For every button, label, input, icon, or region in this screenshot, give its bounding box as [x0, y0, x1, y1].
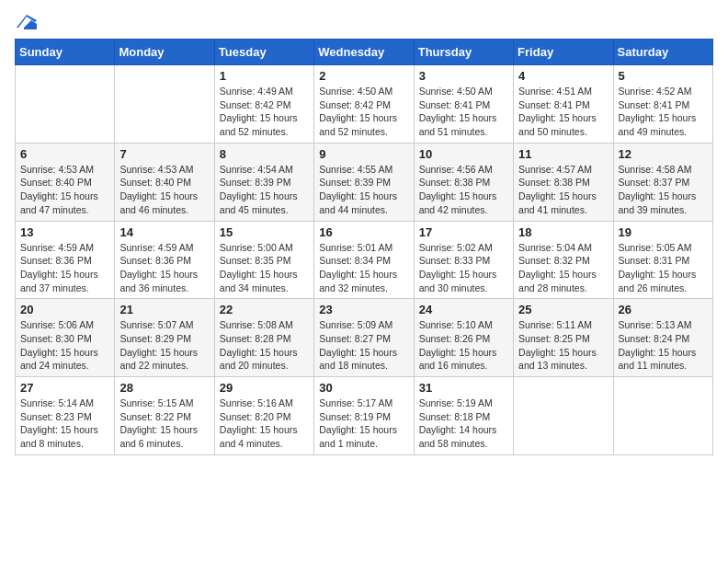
day-number: 25	[518, 303, 608, 316]
calendar-cell: 25Sunrise: 5:11 AM Sunset: 8:25 PM Dayli…	[514, 299, 613, 377]
calendar-cell: 15Sunrise: 5:00 AM Sunset: 8:35 PM Dayli…	[214, 221, 313, 299]
calendar-cell: 19Sunrise: 5:05 AM Sunset: 8:31 PM Dayli…	[613, 221, 712, 299]
day-info: Sunrise: 4:53 AM Sunset: 8:40 PM Dayligh…	[20, 163, 109, 217]
day-info: Sunrise: 5:08 AM Sunset: 8:28 PM Dayligh…	[220, 318, 309, 373]
logo	[15, 15, 37, 29]
day-info: Sunrise: 4:54 AM Sunset: 8:39 PM Dayligh…	[220, 163, 309, 217]
day-info: Sunrise: 4:50 AM Sunset: 8:42 PM Dayligh…	[319, 85, 408, 139]
day-number: 28	[119, 381, 209, 395]
calendar-cell: 21Sunrise: 5:07 AM Sunset: 8:29 PM Dayli…	[115, 299, 214, 377]
day-info: Sunrise: 4:59 AM Sunset: 8:36 PM Dayligh…	[119, 241, 209, 295]
calendar-week-1: 1Sunrise: 4:49 AM Sunset: 8:42 PM Daylig…	[16, 65, 713, 144]
calendar-cell: 14Sunrise: 4:59 AM Sunset: 8:36 PM Dayli…	[115, 221, 214, 299]
day-number: 10	[419, 147, 508, 161]
day-number: 5	[619, 69, 708, 83]
calendar-table: SundayMondayTuesdayWednesdayThursdayFrid…	[15, 39, 713, 455]
day-number: 16	[319, 225, 408, 239]
day-info: Sunrise: 5:14 AM Sunset: 8:23 PM Dayligh…	[20, 396, 109, 451]
day-number: 1	[220, 69, 309, 83]
calendar-week-5: 27Sunrise: 5:14 AM Sunset: 8:23 PM Dayli…	[16, 377, 713, 455]
calendar-cell: 30Sunrise: 5:17 AM Sunset: 8:19 PM Dayli…	[314, 377, 414, 455]
calendar-cell	[613, 377, 712, 455]
day-number: 8	[220, 147, 309, 161]
calendar-cell: 7Sunrise: 4:53 AM Sunset: 8:40 PM Daylig…	[115, 143, 214, 221]
day-info: Sunrise: 5:00 AM Sunset: 8:35 PM Dayligh…	[220, 241, 309, 295]
day-info: Sunrise: 5:10 AM Sunset: 8:26 PM Dayligh…	[419, 318, 508, 373]
day-info: Sunrise: 4:58 AM Sunset: 8:37 PM Dayligh…	[619, 163, 708, 217]
day-number: 13	[20, 225, 109, 239]
day-number: 19	[619, 225, 708, 239]
day-number: 15	[220, 225, 309, 239]
calendar-week-2: 6Sunrise: 4:53 AM Sunset: 8:40 PM Daylig…	[16, 143, 713, 221]
calendar-cell: 23Sunrise: 5:09 AM Sunset: 8:27 PM Dayli…	[314, 299, 414, 377]
day-number: 17	[419, 225, 508, 239]
calendar-cell: 9Sunrise: 4:55 AM Sunset: 8:39 PM Daylig…	[314, 143, 414, 221]
day-number: 14	[119, 225, 209, 239]
day-info: Sunrise: 5:15 AM Sunset: 8:22 PM Dayligh…	[119, 396, 209, 451]
calendar-cell	[514, 377, 613, 455]
calendar-cell: 10Sunrise: 4:56 AM Sunset: 8:38 PM Dayli…	[414, 143, 513, 221]
day-number: 6	[20, 147, 109, 161]
day-number: 2	[319, 69, 408, 83]
header-tuesday: Tuesday	[214, 40, 313, 65]
logo-icon	[17, 15, 37, 29]
day-number: 27	[20, 381, 109, 395]
day-number: 22	[220, 303, 309, 316]
calendar-cell: 2Sunrise: 4:50 AM Sunset: 8:42 PM Daylig…	[314, 65, 414, 144]
header-monday: Monday	[115, 40, 214, 65]
calendar-cell: 1Sunrise: 4:49 AM Sunset: 8:42 PM Daylig…	[214, 65, 313, 144]
calendar-cell: 26Sunrise: 5:13 AM Sunset: 8:24 PM Dayli…	[613, 299, 712, 377]
calendar-week-4: 20Sunrise: 5:06 AM Sunset: 8:30 PM Dayli…	[16, 299, 713, 377]
day-info: Sunrise: 5:19 AM Sunset: 8:18 PM Dayligh…	[419, 396, 508, 451]
day-info: Sunrise: 5:11 AM Sunset: 8:25 PM Dayligh…	[518, 318, 608, 373]
day-info: Sunrise: 5:13 AM Sunset: 8:24 PM Dayligh…	[619, 318, 708, 373]
calendar-cell: 17Sunrise: 5:02 AM Sunset: 8:33 PM Dayli…	[414, 221, 513, 299]
day-info: Sunrise: 4:50 AM Sunset: 8:41 PM Dayligh…	[419, 85, 508, 139]
day-number: 20	[20, 303, 109, 316]
header-sunday: Sunday	[16, 40, 115, 65]
calendar-cell: 13Sunrise: 4:59 AM Sunset: 8:36 PM Dayli…	[16, 221, 115, 299]
day-info: Sunrise: 4:52 AM Sunset: 8:41 PM Dayligh…	[619, 85, 708, 139]
calendar-cell: 3Sunrise: 4:50 AM Sunset: 8:41 PM Daylig…	[414, 65, 513, 144]
calendar-cell: 28Sunrise: 5:15 AM Sunset: 8:22 PM Dayli…	[115, 377, 214, 455]
calendar-cell: 27Sunrise: 5:14 AM Sunset: 8:23 PM Dayli…	[16, 377, 115, 455]
day-number: 9	[319, 147, 408, 161]
calendar-cell: 8Sunrise: 4:54 AM Sunset: 8:39 PM Daylig…	[214, 143, 313, 221]
calendar-cell: 29Sunrise: 5:16 AM Sunset: 8:20 PM Dayli…	[214, 377, 313, 455]
calendar-cell: 24Sunrise: 5:10 AM Sunset: 8:26 PM Dayli…	[414, 299, 513, 377]
day-number: 7	[119, 147, 209, 161]
header-thursday: Thursday	[414, 40, 513, 65]
day-info: Sunrise: 4:49 AM Sunset: 8:42 PM Dayligh…	[220, 85, 309, 139]
day-number: 31	[419, 381, 508, 395]
header-saturday: Saturday	[613, 40, 712, 65]
day-info: Sunrise: 5:01 AM Sunset: 8:34 PM Dayligh…	[319, 241, 408, 295]
day-info: Sunrise: 5:05 AM Sunset: 8:31 PM Dayligh…	[619, 241, 708, 295]
calendar-cell: 5Sunrise: 4:52 AM Sunset: 8:41 PM Daylig…	[613, 65, 712, 144]
day-number: 23	[319, 303, 408, 316]
page-header	[15, 15, 713, 29]
day-info: Sunrise: 4:59 AM Sunset: 8:36 PM Dayligh…	[20, 241, 109, 295]
calendar-cell: 4Sunrise: 4:51 AM Sunset: 8:41 PM Daylig…	[514, 65, 613, 144]
calendar-week-3: 13Sunrise: 4:59 AM Sunset: 8:36 PM Dayli…	[16, 221, 713, 299]
day-info: Sunrise: 5:04 AM Sunset: 8:32 PM Dayligh…	[518, 241, 608, 295]
day-info: Sunrise: 5:09 AM Sunset: 8:27 PM Dayligh…	[319, 318, 408, 373]
calendar-cell: 11Sunrise: 4:57 AM Sunset: 8:38 PM Dayli…	[514, 143, 613, 221]
calendar-cell: 20Sunrise: 5:06 AM Sunset: 8:30 PM Dayli…	[16, 299, 115, 377]
day-info: Sunrise: 4:51 AM Sunset: 8:41 PM Dayligh…	[518, 85, 608, 139]
day-number: 30	[319, 381, 408, 395]
day-info: Sunrise: 5:02 AM Sunset: 8:33 PM Dayligh…	[419, 241, 508, 295]
day-number: 21	[119, 303, 209, 316]
day-info: Sunrise: 4:56 AM Sunset: 8:38 PM Dayligh…	[419, 163, 508, 217]
calendar-cell: 16Sunrise: 5:01 AM Sunset: 8:34 PM Dayli…	[314, 221, 414, 299]
day-info: Sunrise: 5:17 AM Sunset: 8:19 PM Dayligh…	[319, 396, 408, 451]
day-number: 11	[518, 147, 608, 161]
day-number: 18	[518, 225, 608, 239]
day-info: Sunrise: 4:55 AM Sunset: 8:39 PM Dayligh…	[319, 163, 408, 217]
day-number: 24	[419, 303, 508, 316]
day-number: 3	[419, 69, 508, 83]
day-number: 4	[518, 69, 608, 83]
calendar-cell: 31Sunrise: 5:19 AM Sunset: 8:18 PM Dayli…	[414, 377, 513, 455]
calendar-cell: 18Sunrise: 5:04 AM Sunset: 8:32 PM Dayli…	[514, 221, 613, 299]
calendar-header-row: SundayMondayTuesdayWednesdayThursdayFrid…	[16, 40, 713, 65]
day-info: Sunrise: 4:57 AM Sunset: 8:38 PM Dayligh…	[518, 163, 608, 217]
